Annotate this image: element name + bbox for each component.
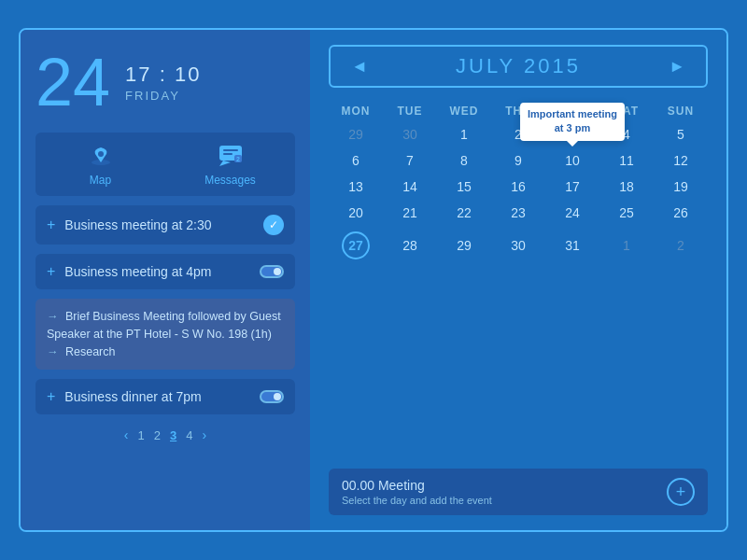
event-item-2[interactable]: + Business meeting at 4pm [35, 254, 295, 289]
day-23[interactable]: 23 [491, 200, 545, 226]
add-event-text: 00.00 Meeting Select the day and add the… [342, 478, 492, 506]
pagination-prev[interactable]: ‹ [124, 427, 129, 442]
day-info: 17 : 10 FRIDAY [125, 63, 201, 103]
col-tue: TUE [383, 99, 437, 121]
tooltip-line1: Important meeting [528, 108, 617, 119]
pagination-2[interactable]: 2 [154, 428, 161, 442]
day-5[interactable]: 5 [654, 121, 708, 147]
day-1-next[interactable]: 1 [599, 226, 654, 265]
calendar-header-row: MON TUE WED THU FRI SAT SUN [329, 99, 708, 121]
event-item-3[interactable]: + Business dinner at 7pm [35, 379, 295, 414]
day-25[interactable]: 25 [599, 200, 654, 226]
svg-rect-4 [223, 153, 233, 155]
col-sun: SUN [654, 99, 708, 121]
event2-toggle[interactable] [260, 265, 284, 278]
arrow-icon-1: → [47, 310, 59, 323]
date-header: 24 17 : 10 FRIDAY [35, 49, 295, 123]
map-label: Map [90, 174, 111, 187]
add-event-title: 00.00 Meeting [342, 478, 492, 493]
pagination-4[interactable]: 4 [186, 428, 192, 442]
selected-circle: 27 [342, 231, 370, 259]
pagination-next[interactable]: › [202, 427, 206, 442]
day-17[interactable]: 17 [545, 174, 599, 200]
add-event-subtitle: Select the day and add the event [342, 495, 492, 506]
day-30-prev[interactable]: 30 [383, 121, 437, 147]
day-29[interactable]: 29 [437, 226, 491, 265]
col-wed: WED [437, 99, 491, 121]
day-12[interactable]: 12 [654, 147, 708, 174]
month-year-label: JULY 2015 [456, 54, 581, 78]
left-panel: 24 17 : 10 FRIDAY Map [21, 30, 310, 530]
messages-button[interactable]: 2 Messages [165, 142, 295, 187]
week-3: 13 14 15 16 17 18 19 [329, 174, 708, 200]
event-item-1[interactable]: + Business meeting at 2:30 [35, 205, 295, 245]
event2-label: Business meeting at 4pm [64, 264, 250, 279]
pagination-3[interactable]: 3 [170, 428, 176, 442]
event1-check-icon [263, 215, 284, 235]
day-15[interactable]: 15 [437, 174, 491, 200]
day-8[interactable]: 8 [437, 147, 491, 174]
add-event-bar: 00.00 Meeting Select the day and add the… [329, 469, 708, 515]
prev-month-button[interactable]: ◄ [344, 55, 375, 78]
day-18[interactable]: 18 [599, 174, 654, 200]
pagination: ‹ 1 2 3 4 › [35, 424, 295, 442]
day-14[interactable]: 14 [383, 174, 437, 200]
day-22[interactable]: 22 [437, 200, 491, 226]
event3-plus-icon: + [47, 388, 55, 405]
week-5: 27 28 29 30 31 1 2 [329, 226, 708, 265]
event3-label: Business dinner at 7pm [64, 389, 250, 404]
day-24-today[interactable]: 24 [545, 200, 599, 226]
event2-plus-icon: + [47, 263, 55, 280]
svg-rect-3 [223, 149, 238, 151]
day-name: FRIDAY [125, 89, 201, 103]
map-button[interactable]: Map [35, 142, 165, 187]
tooltip-line2: at 3 pm [555, 122, 591, 133]
note-item: → Brief Business Meeting followed by Gue… [35, 299, 295, 370]
tooltip-box: Important meeting at 3 pm [520, 103, 625, 141]
day-28[interactable]: 28 [383, 226, 437, 265]
messages-label: Messages [204, 174, 256, 187]
day-21[interactable]: 21 [383, 200, 437, 226]
day-11[interactable]: 11 [599, 147, 654, 174]
day-1[interactable]: 1 [437, 121, 491, 147]
day-6[interactable]: 6 [329, 147, 383, 174]
event1-plus-icon: + [47, 217, 55, 233]
pagination-1[interactable]: 1 [138, 428, 145, 442]
col-mon: MON [329, 99, 383, 121]
day-27-selected[interactable]: 27 [329, 226, 383, 265]
day-10-tooltip[interactable]: 10 Important meeting at 3 pm [545, 147, 599, 174]
arrow-icon-2: → [47, 345, 59, 358]
time-display: 17 : 10 [125, 63, 201, 87]
day-9[interactable]: 9 [491, 147, 545, 174]
day-30[interactable]: 30 [491, 226, 545, 265]
svg-text:2: 2 [236, 156, 240, 162]
svg-point-1 [98, 151, 104, 157]
calendar-header: ◄ JULY 2015 ► [329, 45, 708, 88]
right-panel: ◄ JULY 2015 ► MON TUE WED THU FRI SAT SU… [310, 30, 726, 530]
today-circle: 24 [565, 205, 580, 220]
calendar-grid: MON TUE WED THU FRI SAT SUN 29 30 1 2 3 … [329, 99, 708, 457]
week-2: 6 7 8 9 10 Important meeting at 3 pm 11 … [329, 147, 708, 174]
day-29-prev[interactable]: 29 [329, 121, 383, 147]
map-icon [86, 142, 116, 168]
icon-row: Map 2 Messages [35, 133, 295, 196]
day-number: 24 [35, 49, 110, 116]
event3-toggle[interactable] [260, 390, 284, 403]
day-2-next[interactable]: 2 [654, 226, 708, 265]
day-16[interactable]: 16 [491, 174, 545, 200]
app-container: 24 17 : 10 FRIDAY Map [19, 28, 728, 532]
add-event-button[interactable]: + [667, 478, 695, 506]
next-month-button[interactable]: ► [661, 55, 693, 78]
messages-icon: 2 [216, 142, 246, 168]
week-1: 29 30 1 2 3 4 5 [329, 121, 708, 147]
week-4: 20 21 22 23 24 25 26 [329, 200, 708, 226]
day-7[interactable]: 7 [383, 147, 437, 174]
event1-label: Business meeting at 2:30 [64, 217, 254, 232]
day-31[interactable]: 31 [545, 226, 599, 265]
day-20[interactable]: 20 [329, 200, 383, 226]
day-13[interactable]: 13 [329, 174, 383, 200]
day-26[interactable]: 26 [654, 200, 708, 226]
day-19[interactable]: 19 [654, 174, 708, 200]
